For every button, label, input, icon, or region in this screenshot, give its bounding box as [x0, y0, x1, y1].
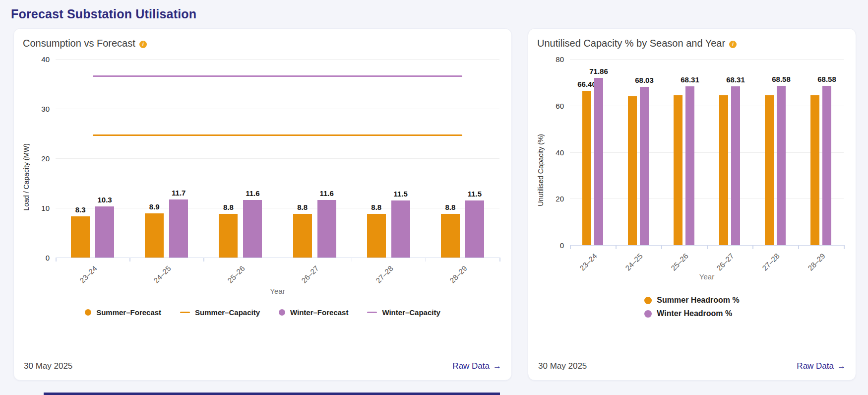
bar-winter-headroom-%[interactable] [731, 86, 740, 245]
spacer [21, 317, 504, 361]
x-tick [844, 245, 845, 249]
raw-data-label: Raw Data [797, 361, 834, 371]
line-winter-capacity[interactable] [93, 75, 463, 77]
bar-winter-headroom-%[interactable] [685, 86, 694, 245]
bar-winter-forecast[interactable] [317, 200, 336, 258]
x-tick-label: 28–29 [806, 252, 827, 272]
bar-winter-headroom-%[interactable] [777, 86, 786, 245]
info-icon[interactable]: i [729, 41, 737, 48]
unutilised-capacity-card: Unutilised Capacity % by Season and Year… [528, 28, 856, 381]
legend-line-icon [367, 312, 377, 314]
consumption-chart: Load / Capacity (MW)0102030408.38.98.88.… [21, 59, 504, 295]
legend-item-summer-headroom-%[interactable]: Summer Headroom % [644, 296, 739, 305]
bar-value-label: 71.86 [589, 67, 608, 75]
y-tick-label: 20 [556, 195, 564, 203]
bar-winter-forecast[interactable] [391, 200, 410, 258]
y-tick-label: 0 [560, 241, 564, 250]
bar-value-label: 8.8 [223, 203, 234, 211]
legend-label: Summer–Forecast [96, 308, 161, 317]
legend-label: Winter–Capacity [382, 308, 440, 317]
plot-area: 0102030408.38.98.88.88.88.810.311.711.61… [56, 59, 499, 258]
bar-value-label: 68.58 [817, 75, 836, 83]
bar-summer-forecast[interactable] [293, 214, 312, 258]
x-tick-label: 24–25 [152, 264, 173, 285]
bar-summer-forecast[interactable] [219, 214, 238, 258]
legend-item-winter-capacity[interactable]: Winter–Capacity [367, 308, 440, 317]
legend-dot-icon [644, 297, 652, 304]
arrow-right-icon: → [493, 361, 501, 371]
bar-summer-forecast[interactable] [145, 213, 164, 258]
bar-summer-headroom-%[interactable] [582, 91, 591, 245]
legend-item-summer-capacity[interactable]: Summer–Capacity [180, 308, 260, 317]
gridline [570, 106, 844, 106]
gridline [56, 158, 499, 159]
x-tick-label: 23–24 [78, 264, 99, 285]
page-title: Forecast Substation Utilisation [11, 7, 868, 21]
raw-data-label: Raw Data [452, 361, 490, 371]
bar-value-label: 68.31 [726, 75, 745, 84]
line-summer-capacity[interactable] [93, 134, 463, 136]
legend-dot-icon [279, 309, 285, 316]
x-axis-title: Year [570, 272, 844, 281]
x-tick-label: 24–25 [624, 252, 645, 272]
chart-date: 30 May 2025 [538, 361, 587, 371]
card-header: Unutilised Capacity % by Season and Year… [537, 38, 849, 49]
bar-summer-headroom-%[interactable] [765, 95, 774, 245]
bar-value-label: 11.5 [468, 190, 482, 198]
bar-winter-forecast[interactable] [243, 200, 262, 258]
y-tick-label: 30 [41, 105, 50, 113]
bar-value-label: 11.7 [172, 189, 186, 197]
bar-winter-forecast[interactable] [465, 200, 484, 258]
bar-winter-forecast[interactable] [95, 206, 114, 258]
y-tick-label: 10 [41, 204, 50, 212]
bar-value-label: 8.9 [149, 202, 160, 211]
bar-value-label: 11.5 [394, 190, 408, 198]
bar-value-label: 8.8 [445, 203, 455, 211]
y-tick-label: 40 [556, 148, 564, 156]
raw-data-link[interactable]: Raw Data→ [797, 361, 846, 371]
plot-column: 02040608066.4071.8668.0368.3168.3168.586… [570, 59, 844, 281]
bar-summer-forecast[interactable] [441, 214, 460, 258]
plot-area: 02040608066.4071.8668.0368.3168.3168.586… [570, 59, 844, 246]
cards-row: Consumption vs Forecast i Load / Capacit… [13, 28, 856, 381]
bar-value-label: 68.58 [772, 75, 791, 83]
bar-value-label: 11.6 [246, 189, 259, 198]
bar-winter-headroom-%[interactable] [594, 78, 603, 245]
x-tick-label: 26–27 [715, 252, 736, 272]
bar-summer-forecast[interactable] [71, 216, 90, 258]
bar-summer-headroom-%[interactable] [674, 95, 682, 245]
legend-item-summer-forecast[interactable]: Summer–Forecast [85, 308, 161, 317]
raw-data-link[interactable]: Raw Data→ [452, 361, 501, 371]
x-tick [499, 258, 500, 262]
chart-date: 30 May 2025 [24, 361, 72, 371]
bar-winter-forecast[interactable] [169, 199, 188, 258]
x-axis-labels: 23–2424–2525–2626–2727–2828–29 [570, 246, 844, 272]
bar-winter-headroom-%[interactable] [640, 87, 649, 245]
legend-item-winter-headroom-%[interactable]: Winter Headroom % [644, 309, 732, 318]
legend-label: Winter–Forecast [290, 308, 348, 317]
bar-summer-headroom-%[interactable] [628, 96, 637, 245]
legend-label: Summer Headroom % [657, 296, 739, 305]
arrow-right-icon: → [837, 361, 846, 371]
bar-value-label: 68.03 [635, 76, 654, 84]
bar-summer-headroom-%[interactable] [719, 95, 728, 245]
bar-winter-headroom-%[interactable] [822, 86, 831, 245]
gridline [570, 59, 844, 60]
y-tick-label: 40 [41, 55, 50, 64]
y-axis-title: Load / Capacity (MW) [21, 59, 32, 295]
card-footer: 30 May 2025 Raw Data→ [21, 361, 504, 372]
x-tick-label: 26–27 [300, 264, 321, 285]
legend-dot-icon [85, 309, 91, 316]
info-icon[interactable]: i [139, 41, 147, 48]
legend-item-winter-forecast[interactable]: Winter–Forecast [279, 308, 348, 317]
x-tick-label: 27–28 [761, 252, 782, 272]
bar-value-label: 10.3 [97, 196, 112, 204]
gridline [56, 109, 499, 109]
y-tick-label: 20 [41, 154, 50, 163]
bar-summer-headroom-%[interactable] [810, 95, 819, 245]
bar-summer-forecast[interactable] [367, 214, 386, 258]
x-axis-labels: 23–2424–2525–2626–2727–2828–29 [56, 258, 499, 287]
bar-value-label: 66.40 [577, 80, 596, 88]
card-footer: 30 May 2025 Raw Data→ [535, 361, 849, 372]
bar-value-label: 11.6 [319, 189, 333, 198]
